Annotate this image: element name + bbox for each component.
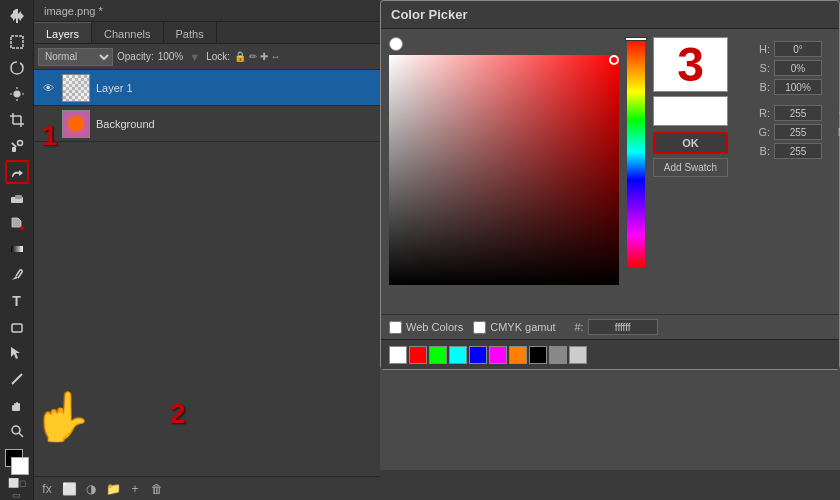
- quick-mask-tool[interactable]: ⬜◻: [8, 479, 26, 488]
- r-input[interactable]: [774, 105, 822, 121]
- new-layer-icon[interactable]: +: [126, 480, 144, 498]
- swatch-orange[interactable]: [509, 346, 527, 364]
- screen-mode[interactable]: ▭: [12, 490, 21, 500]
- c-row: C:: [832, 105, 840, 121]
- color-gradient-field[interactable]: [389, 55, 619, 285]
- dialog-title: Color Picker: [391, 7, 468, 22]
- svg-point-16: [20, 226, 24, 230]
- new-group-icon[interactable]: 📁: [104, 480, 122, 498]
- b-input[interactable]: [774, 79, 822, 95]
- g-label: G:: [752, 126, 770, 138]
- cmyk-gamut-text: CMYK gamut: [490, 321, 555, 333]
- swatch-red[interactable]: [409, 346, 427, 364]
- svg-marker-0: [10, 9, 24, 23]
- s-input[interactable]: [774, 60, 822, 76]
- hex-input[interactable]: [588, 319, 658, 335]
- k-row: K:: [832, 162, 840, 178]
- ok-button[interactable]: OK: [653, 132, 728, 154]
- g-input[interactable]: [774, 124, 822, 140]
- swatch-gray[interactable]: [549, 346, 567, 364]
- swatch-lightgray[interactable]: [569, 346, 587, 364]
- gradient-tool[interactable]: [5, 237, 29, 261]
- magic-wand-tool[interactable]: [5, 82, 29, 106]
- shape-tool[interactable]: [5, 315, 29, 339]
- h-input[interactable]: [774, 41, 822, 57]
- delete-layer-icon[interactable]: 🗑: [148, 480, 166, 498]
- swatch-cyan[interactable]: [449, 346, 467, 364]
- b2-input[interactable]: [774, 143, 822, 159]
- lasso-tool[interactable]: [5, 56, 29, 80]
- svg-point-25: [12, 426, 20, 434]
- l-row: L:: [832, 41, 840, 57]
- pen-tool[interactable]: [5, 263, 29, 287]
- tab-paths[interactable]: Paths: [164, 22, 217, 43]
- annotation-label-1: 1: [42, 120, 58, 152]
- eraser-tool[interactable]: [5, 186, 29, 210]
- paint-bucket-tool[interactable]: [5, 212, 29, 236]
- svg-rect-18: [12, 324, 22, 332]
- file-tab[interactable]: image.png *: [38, 5, 109, 17]
- layer-item[interactable]: 👁 Background: [34, 106, 380, 142]
- history-brush-tool[interactable]: [5, 160, 29, 184]
- opacity-label: Opacity:: [117, 51, 154, 62]
- tab-layers[interactable]: Layers: [34, 22, 92, 43]
- gradient-cursor[interactable]: [609, 55, 619, 65]
- hue-slider[interactable]: [627, 37, 645, 267]
- cmyk-gamut-label[interactable]: CMYK gamut: [473, 321, 555, 334]
- b3-label: b:: [832, 81, 840, 93]
- eyedropper-tool[interactable]: [5, 134, 29, 158]
- web-colors-checkbox[interactable]: [389, 321, 402, 334]
- svg-rect-15: [15, 195, 22, 199]
- m-label: M:: [832, 126, 840, 138]
- background-color[interactable]: [11, 457, 29, 475]
- zoom-tool[interactable]: [5, 419, 29, 443]
- annotation-hand: 👆: [32, 389, 92, 445]
- layer-item[interactable]: 👁 Layer 1: [34, 70, 380, 106]
- hand-tool[interactable]: [5, 393, 29, 417]
- b2-row: B:: [752, 143, 822, 159]
- app-container: T: [0, 0, 840, 500]
- hex-row: #:: [566, 319, 658, 335]
- line-tool[interactable]: [5, 367, 29, 391]
- add-swatch-button[interactable]: Add Swatch: [653, 158, 728, 177]
- swatch-green[interactable]: [429, 346, 447, 364]
- bottom-status-bar: [380, 470, 840, 500]
- adjustment-layer-icon[interactable]: ◑: [82, 480, 100, 498]
- swatch-white[interactable]: [389, 346, 407, 364]
- swatch-blue[interactable]: [469, 346, 487, 364]
- swatches-bar: [381, 339, 839, 369]
- layer-effects-icon[interactable]: fx: [38, 480, 56, 498]
- fg-bg-colors[interactable]: [3, 449, 31, 477]
- svg-point-6: [14, 91, 20, 97]
- color-preview-current: [653, 96, 728, 126]
- panel-bottom-bar: fx ⬜ ◑ 📁 + 🗑: [34, 476, 380, 500]
- web-colors-label[interactable]: Web Colors: [389, 321, 463, 334]
- tab-channels[interactable]: Channels: [92, 22, 163, 43]
- hsb-rgb-values: H: S: B: R:: [752, 41, 822, 306]
- lock-label: Lock:: [206, 51, 230, 62]
- dialog-title-bar: Color Picker: [381, 1, 839, 29]
- b3-row: b:: [832, 79, 840, 95]
- swatch-magenta[interactable]: [489, 346, 507, 364]
- dialog-buttons: OK Add Swatch: [653, 132, 728, 177]
- text-tool[interactable]: T: [5, 289, 29, 313]
- h-row: H:: [752, 41, 822, 57]
- svg-rect-1: [11, 36, 23, 48]
- swatch-black[interactable]: [529, 346, 547, 364]
- hue-slider-container: [627, 37, 645, 267]
- blend-mode-select[interactable]: Normal: [38, 48, 113, 66]
- b-label: B:: [752, 81, 770, 93]
- add-mask-icon[interactable]: ⬜: [60, 480, 78, 498]
- crop-tool[interactable]: [5, 108, 29, 132]
- h-label: H:: [752, 43, 770, 55]
- m-row: M:: [832, 124, 840, 140]
- k-label: K:: [832, 164, 840, 176]
- gradient-picker[interactable]: [389, 55, 619, 285]
- layer-visibility-eye[interactable]: 👁: [40, 80, 56, 96]
- marquee-tool[interactable]: [5, 30, 29, 54]
- move-tool[interactable]: [5, 4, 29, 28]
- direct-select-tool[interactable]: [5, 341, 29, 365]
- y-row: Y:: [832, 143, 840, 159]
- cmyk-gamut-checkbox[interactable]: [473, 321, 486, 334]
- y-label: Y:: [832, 145, 840, 157]
